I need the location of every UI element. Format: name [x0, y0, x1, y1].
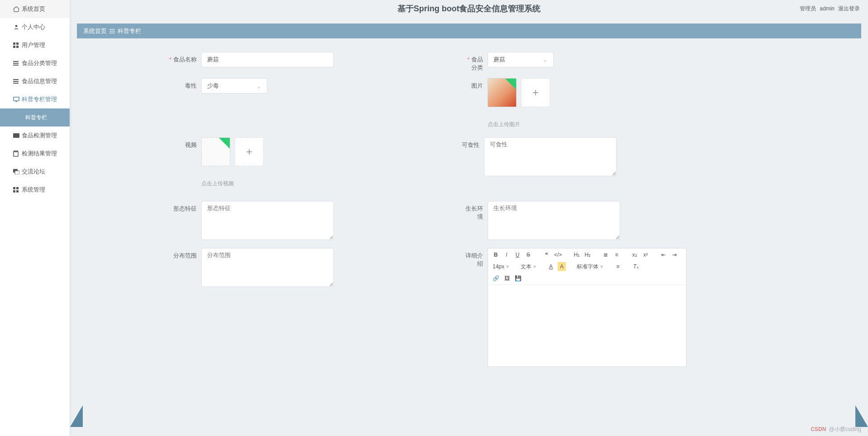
chat-icon: [13, 169, 19, 174]
sidebar-item-result[interactable]: 检测结果管理: [0, 145, 70, 163]
sidebar-label: 科普专栏管理: [22, 95, 57, 103]
svg-point-0: [15, 25, 18, 27]
svg-rect-11: [14, 97, 19, 101]
list-icon: [13, 79, 19, 84]
topbar-right: 管理员 admin 退出登录: [800, 0, 860, 17]
user-name[interactable]: admin: [820, 5, 835, 12]
fontfamily-select[interactable]: 标准字体 ▾: [576, 262, 604, 271]
sidebar-item-food-category[interactable]: 食品分类管理: [0, 54, 70, 72]
editor-toolbar: B I U S ❝ </> H₁ H₂ ≣ ≡: [488, 248, 686, 285]
sidebar-item-detection[interactable]: 食品检测管理: [0, 127, 70, 145]
decorative-triangle-right: [855, 405, 868, 427]
svg-rect-1: [13, 42, 15, 45]
person-icon: [13, 24, 19, 30]
home-icon: [13, 6, 19, 12]
distribution-textarea[interactable]: [201, 248, 334, 287]
sidebar-item-science-column[interactable]: 科普专栏: [0, 108, 70, 127]
quote-button[interactable]: ❝: [542, 250, 550, 259]
app-title: 基于Spring boot食品安全信息管理系统: [398, 3, 541, 14]
textstyle-select[interactable]: 文本 ▾: [520, 262, 537, 271]
food-category-label: 食品分类: [465, 52, 488, 72]
sidebar-item-profile[interactable]: 个人中心: [0, 18, 70, 36]
code-button[interactable]: </>: [553, 250, 563, 259]
image-label: 图片: [465, 78, 488, 90]
h1-button[interactable]: H₁: [573, 250, 581, 259]
sidebar-label: 食品检测管理: [22, 131, 57, 140]
underline-button[interactable]: U: [513, 250, 522, 259]
grid-icon: [13, 187, 19, 192]
sidebar-label: 交流论坛: [22, 168, 45, 176]
link-button[interactable]: 🔗: [492, 274, 500, 283]
grid-icon: [13, 42, 19, 48]
edibility-label: 可食性: [461, 137, 484, 149]
card-icon: [13, 133, 19, 138]
food-category-select[interactable]: ⌄: [488, 52, 554, 67]
sidebar-label: 系统首页: [22, 5, 45, 13]
menu-icon: [109, 29, 115, 33]
ul-button[interactable]: ≡: [612, 250, 621, 259]
environment-label: 生长环境: [465, 201, 488, 221]
sidebar-label: 科普专栏: [25, 114, 47, 122]
environment-textarea[interactable]: [488, 201, 620, 240]
role-label: 管理员: [800, 5, 816, 13]
strike-button[interactable]: S: [524, 250, 532, 259]
italic-button[interactable]: I: [503, 250, 511, 259]
h2-button[interactable]: H₂: [583, 250, 592, 259]
morphology-textarea[interactable]: [201, 201, 334, 240]
food-category-value: [493, 56, 543, 63]
sidebar-label: 食品分类管理: [22, 59, 57, 67]
logout-link[interactable]: 退出登录: [838, 5, 860, 13]
form-content: 食品名称 食品分类 ⌄ 毒性 ⌄: [70, 38, 868, 394]
subscript-button[interactable]: x₂: [631, 250, 639, 259]
toxicity-select[interactable]: ⌄: [201, 78, 267, 94]
chevron-down-icon: ⌄: [256, 83, 261, 89]
sidebar-label: 食品信息管理: [22, 77, 57, 85]
toxicity-value: [207, 83, 256, 89]
uploaded-video-thumb[interactable]: [201, 137, 230, 166]
svg-rect-13: [13, 133, 19, 138]
highlight-button[interactable]: A: [558, 262, 566, 271]
sidebar-label: 个人中心: [22, 23, 45, 31]
main: 基于Spring boot食品安全信息管理系统 管理员 admin 退出登录 系…: [70, 0, 868, 436]
sidebar-label: 检测结果管理: [22, 150, 57, 158]
breadcrumb: 系统首页 科普专栏: [77, 23, 861, 38]
sidebar-item-system[interactable]: 系统管理: [0, 181, 70, 199]
sidebar-item-food-info[interactable]: 食品信息管理: [0, 72, 70, 90]
svg-rect-20: [13, 190, 15, 192]
distribution-label: 分布范围: [70, 248, 201, 260]
uploaded-image-thumb[interactable]: [488, 78, 517, 107]
breadcrumb-home[interactable]: 系统首页: [83, 27, 107, 35]
bold-button[interactable]: B: [492, 250, 500, 259]
edibility-textarea[interactable]: [484, 137, 617, 176]
toxicity-label: 毒性: [70, 78, 201, 90]
outdent-button[interactable]: ⇥: [670, 250, 678, 259]
save-button[interactable]: 💾: [514, 274, 522, 283]
sidebar-item-forum[interactable]: 交流论坛: [0, 163, 70, 181]
fontsize-select[interactable]: 14px ▾: [492, 262, 510, 271]
svg-rect-18: [13, 187, 15, 189]
svg-rect-3: [13, 46, 15, 48]
sidebar-item-users[interactable]: 用户管理: [0, 36, 70, 54]
align-button[interactable]: ≡: [614, 262, 622, 271]
indent-button[interactable]: ⇤: [659, 250, 668, 259]
clear-format-button[interactable]: Tₓ: [632, 262, 640, 271]
sidebar: 系统首页 个人中心 用户管理 食品分类管理 食品信息管理 科普专栏管理 科普专栏…: [0, 0, 70, 436]
sidebar-item-science-manage[interactable]: 科普专栏管理: [0, 90, 70, 108]
superscript-button[interactable]: x²: [641, 250, 650, 259]
sidebar-label: 系统管理: [22, 186, 45, 194]
watermark: CSDN@小蔡coding: [811, 426, 861, 433]
morphology-label: 形态特征: [70, 201, 201, 213]
add-video-button[interactable]: +: [235, 137, 264, 166]
breadcrumb-current: 科普专栏: [118, 27, 141, 35]
sidebar-item-home[interactable]: 系统首页: [0, 0, 70, 18]
decorative-triangle-left: [70, 405, 83, 427]
fontcolor-button[interactable]: A: [547, 262, 555, 271]
food-name-input[interactable]: [201, 52, 334, 67]
clipboard-icon: [13, 150, 19, 157]
video-hint: 点击上传视频: [201, 180, 264, 188]
image-button[interactable]: 🖼: [503, 274, 511, 283]
add-image-button[interactable]: +: [521, 78, 550, 107]
ol-button[interactable]: ≣: [602, 250, 610, 259]
editor-body[interactable]: [488, 285, 686, 366]
rich-editor: B I U S ❝ </> H₁ H₂ ≣ ≡: [488, 248, 687, 367]
